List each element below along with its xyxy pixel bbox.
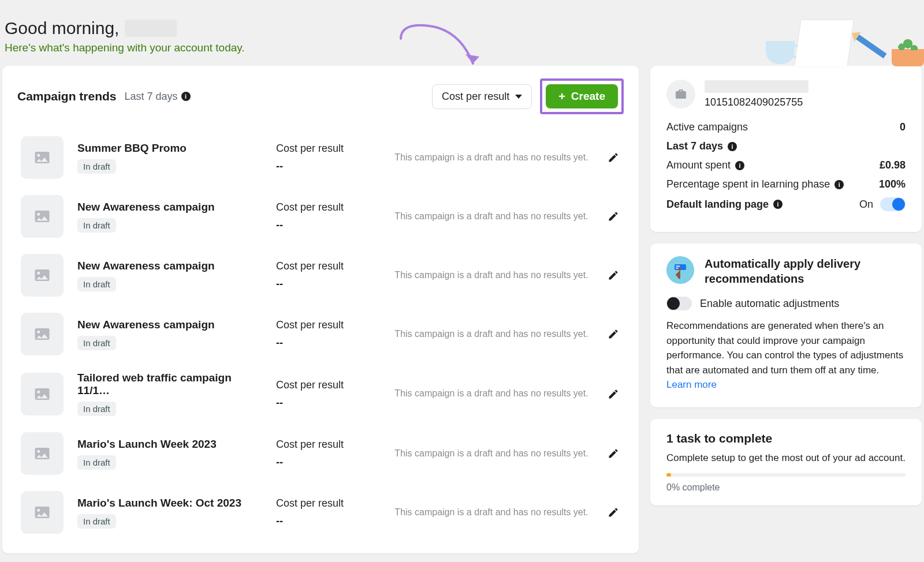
pencil-icon	[608, 211, 619, 222]
metric-value: --	[276, 337, 380, 349]
plant-icon	[892, 49, 924, 66]
info-icon[interactable]	[834, 180, 844, 189]
greeting-text: Good morning,	[5, 18, 119, 38]
recommendation-icon	[666, 256, 694, 284]
campaign-name: New Awareness campaign	[77, 260, 262, 272]
account-summary-card: 10151082409025755 Active campaigns 0 Las…	[650, 66, 922, 232]
campaign-note: This campaign is a draft and has no resu…	[394, 269, 589, 282]
stat-amount-spent: Amount spent £0.98	[666, 159, 906, 171]
pencil-icon	[855, 34, 887, 59]
pencil-icon	[608, 328, 619, 340]
svg-point-3	[678, 268, 681, 271]
image-placeholder-icon	[21, 373, 64, 415]
metric-value: --	[276, 278, 380, 290]
status-badge: In draft	[77, 218, 116, 233]
metric-label: Cost per result	[276, 379, 380, 391]
greeting-name-redacted	[125, 20, 177, 37]
image-placeholder-icon	[21, 195, 64, 238]
campaign-list: Summer BBQ Promo In draft Cost per resul…	[2, 125, 639, 553]
plus-icon: +	[558, 91, 565, 102]
campaign-row[interactable]: Tailored web traffic campaign 11/1… In d…	[21, 364, 624, 424]
create-button[interactable]: + Create	[546, 84, 618, 108]
header-illustration	[762, 9, 924, 66]
pencil-icon	[608, 152, 619, 163]
campaign-note: This campaign is a draft and has no resu…	[394, 447, 589, 460]
auto-adjust-label: Enable automatic adjustments	[700, 298, 839, 310]
campaign-row[interactable]: New Awareness campaign In draft Cost per…	[21, 246, 624, 305]
recommendations-description: Recommendations are generated when there…	[666, 319, 906, 392]
image-placeholder-icon	[21, 254, 64, 297]
recommendations-card: Automatically apply delivery recommendat…	[650, 243, 922, 407]
edit-button[interactable]	[603, 384, 624, 404]
metric-label: Cost per result	[276, 439, 380, 451]
image-placeholder-icon	[21, 432, 64, 475]
metric-value: --	[276, 397, 380, 409]
account-name-redacted	[705, 80, 808, 93]
stat-learning-phase: Percentage spent in learning phase 100%	[666, 178, 906, 190]
stat-default-landing: Default landing page On	[666, 197, 906, 211]
info-icon[interactable]	[735, 161, 744, 170]
campaign-row[interactable]: Mario's Launch Week 2023 In draft Cost p…	[21, 424, 624, 483]
pencil-icon	[608, 448, 619, 459]
campaign-note: This campaign is a draft and has no resu…	[394, 387, 589, 400]
campaign-row[interactable]: Summer BBQ Promo In draft Cost per resul…	[21, 128, 624, 187]
metric-label: Cost per result	[276, 201, 380, 213]
trends-header: Campaign trends Last 7 days Cost per res…	[2, 66, 639, 125]
pencil-icon	[608, 507, 619, 518]
status-badge: In draft	[77, 455, 116, 470]
metric-value: --	[276, 456, 380, 469]
edit-button[interactable]	[603, 324, 624, 344]
trends-title: Campaign trends	[17, 89, 117, 103]
stat-last-7-days: Last 7 days	[666, 140, 906, 152]
metric-label: Cost per result	[276, 497, 380, 509]
metric-label: Cost per result	[276, 319, 380, 331]
campaign-name: Mario's Launch Week: Oct 2023	[77, 497, 262, 509]
edit-button[interactable]	[603, 206, 624, 227]
tasks-progress-fill	[666, 473, 671, 477]
info-icon[interactable]	[773, 200, 783, 209]
tasks-progress-label: 0% complete	[666, 482, 906, 493]
campaign-row[interactable]: New Awareness campaign In draft Cost per…	[21, 187, 624, 246]
edit-button[interactable]	[603, 502, 624, 523]
learn-more-link[interactable]: Learn more	[666, 379, 717, 390]
account-id: 10151082409025755	[705, 96, 808, 108]
campaign-name: Tailored web traffic campaign 11/1…	[77, 372, 262, 397]
landing-page-toggle[interactable]	[880, 197, 906, 211]
edit-button[interactable]	[603, 265, 624, 286]
edit-button[interactable]	[603, 147, 624, 168]
campaign-note: This campaign is a draft and has no resu…	[394, 210, 589, 223]
pencil-icon	[608, 388, 619, 400]
info-icon[interactable]	[728, 142, 737, 151]
paper-icon	[795, 20, 853, 66]
image-placeholder-icon	[21, 136, 64, 179]
metric-value: --	[276, 160, 380, 173]
metric-value: --	[276, 515, 380, 527]
campaign-note: This campaign is a draft and has no resu…	[394, 151, 589, 164]
campaign-row[interactable]: Mario's Launch Week: Oct 2023 In draft C…	[21, 483, 624, 542]
tasks-subtitle: Complete setup to get the most out of yo…	[666, 452, 906, 464]
metric-dropdown[interactable]: Cost per result	[432, 84, 532, 109]
campaign-name: New Awareness campaign	[77, 319, 262, 331]
metric-label: Cost per result	[276, 260, 380, 272]
chevron-down-icon	[515, 95, 522, 99]
edit-button[interactable]	[603, 443, 624, 464]
info-icon[interactable]	[181, 92, 191, 101]
svg-rect-1	[676, 266, 680, 267]
auto-adjust-toggle[interactable]	[666, 297, 692, 310]
campaign-name: Summer BBQ Promo	[77, 142, 262, 155]
metric-value: --	[276, 219, 380, 231]
campaign-note: This campaign is a draft and has no resu…	[394, 506, 589, 519]
pencil-icon	[608, 269, 619, 281]
page-header: Good morning, Here's what's happening wi…	[0, 0, 924, 66]
campaign-row[interactable]: New Awareness campaign In draft Cost per…	[21, 305, 624, 364]
tasks-progress-bar	[666, 473, 906, 477]
tasks-card: 1 task to complete Complete setup to get…	[650, 419, 922, 505]
cup-icon	[766, 41, 795, 64]
campaign-note: This campaign is a draft and has no resu…	[394, 328, 589, 340]
trends-range: Last 7 days	[125, 91, 191, 103]
briefcase-icon	[666, 80, 695, 108]
image-placeholder-icon	[21, 491, 64, 534]
campaign-trends-card: Campaign trends Last 7 days Cost per res…	[2, 66, 639, 553]
image-placeholder-icon	[21, 313, 64, 355]
stat-active-campaigns: Active campaigns 0	[666, 121, 906, 133]
